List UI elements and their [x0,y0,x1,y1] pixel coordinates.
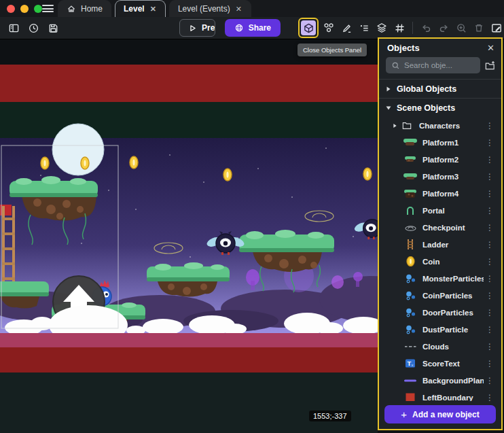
maximize-window-button[interactable] [34,5,42,13]
preview-label: Preview [202,23,215,33]
redo-button[interactable] [436,20,451,35]
pencil-icon [341,22,353,34]
object-row-Ladder[interactable]: Ladder⋮ [379,236,501,253]
tab-level-events[interactable]: Level (Events) ✕ [169,0,251,17]
cursor-coordinates: 1553;-337 [309,411,351,421]
tab-home[interactable]: Home [58,0,111,17]
object-row-BackgroundPlants[interactable]: BackgroundPlants⋮ [379,372,501,389]
delete-button[interactable] [471,20,486,35]
platform1-icon [403,138,417,147]
kebab-menu-icon[interactable]: ⋮ [484,274,496,283]
object-label: Coin [422,258,484,266]
close-tab-icon[interactable]: ✕ [149,5,157,14]
object-row-Platform2[interactable]: Platform2⋮ [379,151,501,168]
object-label: LeftBoundary [422,394,484,402]
scene-canvas[interactable]: 1553;-337 [0,39,378,433]
platform3-icon [403,172,417,181]
trash-icon [473,22,484,33]
minimize-window-button[interactable] [20,5,29,13]
close-panel-icon[interactable]: ✕ [487,43,494,53]
tab-bar: Home Level ✕ Level (Events) ✕ [58,0,251,17]
object-row-Platform1[interactable]: Platform1⋮ [379,134,501,151]
kebab-menu-icon[interactable]: ⋮ [484,155,496,164]
object-row-CoinParticles[interactable]: CoinParticles⋮ [379,287,501,304]
kebab-menu-icon[interactable]: ⋮ [484,172,496,181]
svg-text:T: T [407,360,411,367]
toolbar-right-group [298,18,504,38]
objects-panel-header: Objects ✕ [379,39,501,56]
panel-layout-icon [8,22,20,34]
undo-icon [420,22,432,34]
coin-icon [403,256,417,266]
edit-scene-properties-button[interactable] [489,20,504,35]
kebab-menu-icon[interactable]: ⋮ [484,393,496,402]
share-button[interactable]: Share [225,19,281,37]
home-icon [67,4,76,14]
object-search[interactable] [386,57,480,73]
edit-scene-button[interactable] [339,20,354,35]
open-project-manager-button[interactable] [6,20,21,35]
kebab-menu-icon[interactable]: ⋮ [484,308,496,317]
kebab-menu-icon[interactable]: ⋮ [484,325,496,334]
zoom-in-button[interactable] [454,20,469,35]
kebab-menu-icon[interactable]: ⋮ [484,223,496,232]
caret-down-icon [386,105,391,111]
particles-icon [403,325,417,334]
object-row-Clouds[interactable]: Clouds⋮ [379,338,501,355]
kebab-menu-icon[interactable]: ⋮ [484,257,496,266]
add-object-label: Add a new object [412,410,480,419]
close-tab-icon[interactable]: ✕ [235,5,242,14]
object-row-Characters[interactable]: Characters⋮ [379,117,501,134]
plants-icon [403,379,417,383]
kebab-menu-icon[interactable]: ⋮ [484,189,496,198]
object-row-MonsterParticles[interactable]: MonsterParticles⋮ [379,270,501,287]
toggle-objects-panel-button[interactable] [301,20,316,35]
kebab-menu-icon[interactable]: ⋮ [484,376,496,385]
save-button[interactable] [46,20,60,35]
object-row-Coin[interactable]: Coin⋮ [379,253,501,270]
object-row-Platform3[interactable]: Platform3⋮ [379,168,501,185]
object-row-LeftBoundary[interactable]: LeftBoundary⋮ [379,389,501,401]
layers-button[interactable] [374,20,389,35]
add-object-button[interactable]: + Add a new object [384,405,496,423]
object-row-Checkpoint[interactable]: Checkpoint⋮ [379,219,501,236]
object-label: ScoreText [422,360,484,368]
rename-icon [490,22,503,34]
kebab-menu-icon[interactable]: ⋮ [484,359,496,368]
redo-icon [438,22,450,34]
kebab-menu-icon[interactable]: ⋮ [484,240,496,249]
object-label: Platform1 [422,139,484,147]
add-folder-button[interactable] [484,60,496,71]
preview-button[interactable]: Preview [180,20,215,36]
object-row-Portal[interactable]: Portal⋮ [379,202,501,219]
grid-button[interactable] [392,20,407,35]
section-label: Scene Objects [397,103,455,113]
section-global-objects[interactable]: Global Objects [379,79,501,98]
caret-right-icon[interactable] [393,123,397,128]
history-button[interactable] [26,20,41,35]
search-icon [391,61,400,70]
scene-art [0,39,378,433]
object-groups-button[interactable] [321,20,336,35]
kebab-menu-icon[interactable]: ⋮ [484,121,496,131]
tab-level[interactable]: Level ✕ [115,0,166,17]
object-groups-icon [323,22,335,34]
platform4-icon [403,189,417,198]
object-row-Platform4[interactable]: Platform4⋮ [379,185,501,202]
grid-icon [394,22,406,34]
ladder-icon [403,239,417,249]
object-row-DustParticle[interactable]: DustParticle⋮ [379,321,501,338]
kebab-menu-icon[interactable]: ⋮ [484,291,496,300]
close-window-button[interactable] [7,5,15,13]
undo-button[interactable] [418,20,433,35]
kebab-menu-icon[interactable]: ⋮ [484,342,496,351]
instances-list-button[interactable] [357,20,372,35]
main-menu-icon[interactable] [42,3,54,14]
kebab-menu-icon[interactable]: ⋮ [484,206,496,215]
object-row-ScoreText[interactable]: TxScoreText⋮ [379,355,501,372]
search-input[interactable] [404,61,475,69]
object-row-DoorParticles[interactable]: DoorParticles⋮ [379,304,501,321]
kebab-menu-icon[interactable]: ⋮ [484,138,496,148]
tab-label: Home [81,4,103,14]
section-scene-objects[interactable]: Scene Objects [379,98,501,117]
